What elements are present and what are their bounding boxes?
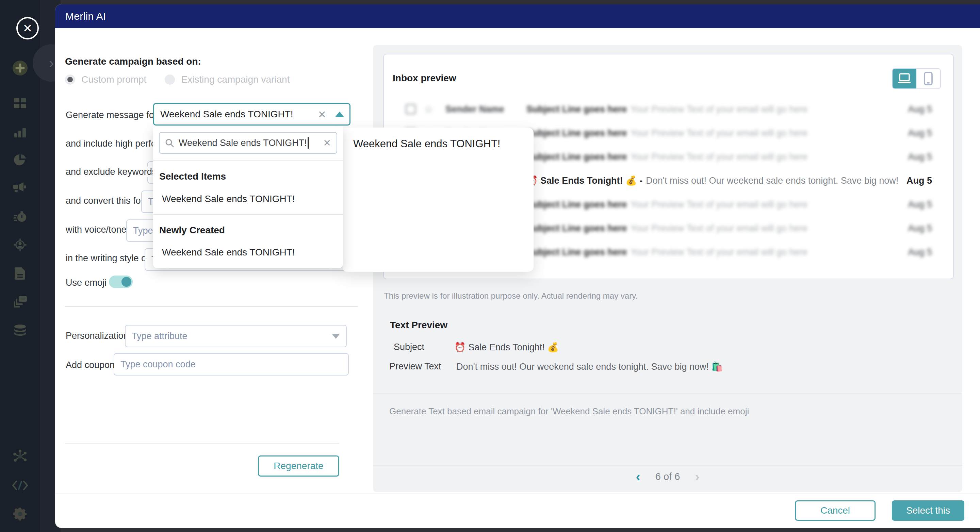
star-icon[interactable]: ☆ [424,103,433,115]
text-preview-title: Text Preview [390,320,447,330]
search-clear-icon[interactable]: ✕ [323,137,331,149]
desktop-view-button[interactable] [892,69,916,89]
personalization-label: Personalization [66,330,129,341]
desktop-icon [898,73,911,84]
email-date: Aug 5 [908,223,932,234]
select-this-button[interactable]: Select this [892,500,964,521]
radio-existing-variant[interactable] [165,75,175,85]
chevron-up-icon[interactable] [335,111,344,117]
modal-header: Merlin AI [55,5,980,28]
email-subject: Subject Line goes here [527,152,627,162]
inbox-row[interactable]: ☆ Sender Name Subject Line goes here You… [384,97,953,121]
use-emoji-label: Use emoji [66,278,107,288]
previous-variant-chevron-icon[interactable]: ‹ [632,470,643,483]
inbox-preview-title: Inbox preview [393,73,456,84]
email-date: Aug 5 [908,247,932,257]
dropdown-divider [153,214,343,215]
megaphone-icon[interactable] [0,178,40,197]
preview-text-value: Don't miss out! Our weekend sale ends to… [456,361,723,372]
document-icon[interactable] [0,264,40,283]
email-subject: Subject Line goes here [527,104,627,114]
chevron-down-icon [332,334,340,339]
email-date: Aug 5 [908,199,932,210]
subject-value: ⏰ Sale Ends Tonight! 💰 [454,342,559,353]
email-date: Aug 5 [908,152,932,162]
pagination-label: 6 of 6 [655,471,680,482]
email-preview-text: Don't miss out! Our weekend sale ends to… [646,175,900,186]
close-modal-button[interactable]: ✕ [16,17,39,40]
email-date: Aug 5 [908,128,932,138]
dropdown-item-selected[interactable]: Weekend Sale ends TONIGHT! [162,194,295,205]
search-icon [165,138,174,147]
audience-target-icon[interactable] [0,235,40,254]
combobox-value: Weekend Sale ends TONIGHT! [160,109,318,120]
next-variant-chevron-icon[interactable]: › [692,470,703,483]
variant-pagination: ‹ 6 of 6 › [373,466,962,487]
device-toggle [892,68,941,89]
code-icon[interactable] [0,476,40,495]
database-icon[interactable] [0,321,40,340]
dropdown-section-new: Newly Created [159,225,225,236]
stacked-cards-icon[interactable] [0,293,40,312]
email-subject: Subject Line goes here [527,199,627,210]
left-divider-2 [65,443,339,443]
add-coupon-label: Add coupon [66,360,115,370]
writing-style-label: in the writing style of [66,253,149,264]
convert-for-label: and convert this for [66,195,144,206]
email-subject: Subject Line goes here [527,128,627,138]
left-divider-1 [65,306,358,307]
integrations-hub-icon[interactable] [0,447,40,466]
generate-heading: Generate campaign based on: [65,56,201,67]
dropdown-section-selected: Selected Items [159,171,226,182]
mobile-view-button[interactable] [916,69,940,89]
voice-tone-label: with voice/tone [66,224,127,235]
email-preview-text: Your Preview Text of your email will go … [630,152,901,162]
email-preview-text: Your Preview Text of your email will go … [630,247,901,257]
sender-name: Sender Name [445,104,506,114]
exclude-keywords-label: and exclude keywords [66,167,156,177]
personalization-select[interactable]: Type attribute [125,325,347,347]
panel-divider-2 [373,465,962,466]
email-date: Aug 5 [908,104,932,114]
stopwatch-icon[interactable] [0,207,40,226]
dropdown-search-input[interactable]: Weekend Sale ends TONIGHT! ✕ [159,132,337,154]
radio-existing-variant-label: Existing campaign variant [181,74,290,85]
email-preview-text: Your Preview Text of your email will go … [630,199,901,210]
item-tooltip-popover: Weekend Sale ends TONIGHT! [343,127,533,272]
popover-text: Weekend Sale ends TONIGHT! [353,138,533,150]
email-preview-text: Your Preview Text of your email will go … [630,223,901,234]
checkbox[interactable] [406,104,416,114]
dashboard-icon[interactable] [0,94,40,113]
app-sidebar [0,0,40,532]
text-cursor [308,137,309,149]
preview-text-label: Preview Text [389,361,441,372]
email-preview-text: Your Preview Text of your email will go … [630,128,901,138]
use-emoji-toggle[interactable] [109,276,133,288]
email-preview-text: Your Preview Text of your email will go … [630,104,901,114]
radio-custom-prompt-label: Custom prompt [81,74,146,85]
generate-message-for-label: Generate message for* [66,110,161,121]
email-subject: ⏰ Sale Ends Tonight! 💰 - [527,175,643,186]
settings-gear-icon[interactable] [0,505,40,524]
modal-title: Merlin AI [65,11,106,22]
generate-message-for-combobox[interactable]: Weekend Sale ends TONIGHT! ✕ [153,103,350,125]
mobile-icon [924,72,933,86]
include-keywords-label: and include high perform [66,138,167,149]
coupon-input[interactable]: Type coupon code [114,353,349,376]
generation-prompt-line: Generate Text based email campaign for '… [389,406,749,417]
bar-chart-icon[interactable] [0,122,40,141]
generate-for-dropdown: Weekend Sale ends TONIGHT! ✕ Selected It… [153,126,343,268]
clear-icon[interactable]: ✕ [318,108,326,121]
search-value: Weekend Sale ends TONIGHT! [179,138,307,148]
subject-label: Subject [394,342,424,353]
email-date: Aug 5 [907,176,932,186]
radio-custom-prompt[interactable] [65,75,75,85]
email-subject: Subject Line goes here [527,247,627,257]
preview-disclaimer: This preview is for illustration purpose… [384,291,638,301]
merlin-ai-modal: Merlin AI Generate campaign based on: Cu… [55,5,980,528]
dropdown-item-new[interactable]: Weekend Sale ends TONIGHT! [162,247,295,258]
regenerate-button[interactable]: Regenerate [258,456,339,476]
cancel-button[interactable]: Cancel [795,500,875,521]
pie-chart-icon[interactable] [0,150,40,169]
dropdown-divider [153,160,343,160]
